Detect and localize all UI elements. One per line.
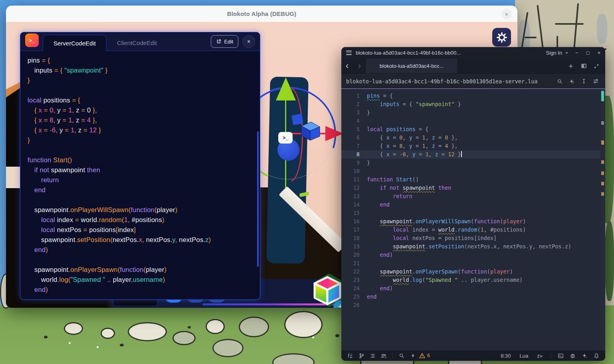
gear-icon	[496, 32, 507, 43]
line-number: 5	[341, 125, 367, 134]
zed-titlebar: blokoto-lua-a5d03ac4-bcc1-49bf-b16c-bb00…	[341, 47, 605, 59]
cursor-position[interactable]: 8:30	[497, 353, 514, 359]
search-icon[interactable]	[397, 351, 406, 360]
scrollbar-mark-warning	[601, 192, 604, 196]
zed-code-line: 13 return	[341, 192, 605, 201]
bell-icon[interactable]	[592, 351, 601, 360]
zed-scrollbar[interactable]	[600, 89, 605, 350]
ingame-code-line: pins = {	[28, 55, 253, 65]
debug-icon[interactable]	[568, 351, 577, 360]
zed-code-line: 14 end	[341, 201, 605, 209]
language-indicator[interactable]: Lua	[517, 353, 532, 359]
outline-icon[interactable]	[368, 351, 377, 360]
ingame-code-line	[28, 85, 253, 95]
zed-path-bar: blokoto-lua-a5d03ac4-bcc1-49bf-b16c-bb00…	[341, 74, 605, 89]
line-number: 25	[341, 293, 367, 301]
collab-icon[interactable]	[379, 351, 388, 360]
zed-code-editor[interactable]: 1pins = {2 inputs = { "spawnpoint" }3}45…	[341, 89, 605, 350]
ingame-code-line: spawnpoint.onPlayerSpawn(function(player…	[28, 265, 253, 275]
zed-code-line: 1pins = {	[341, 92, 605, 100]
warning-icon	[419, 353, 425, 358]
new-tab-icon[interactable]	[566, 61, 576, 71]
zed-file-tab[interactable]: blokoto-lua-a5d03ac4-bcc...	[365, 59, 458, 73]
scrollbar-mark-selection	[601, 91, 604, 101]
ingame-code-line: }	[28, 75, 253, 85]
ingame-code-line: local positions = {	[28, 95, 253, 105]
ingame-code-area[interactable]: pins = {inputs = { "spawnpoint" }} local…	[20, 51, 260, 299]
expand-icon[interactable]	[592, 61, 601, 71]
gizmo-x-axis-arrow[interactable]	[325, 126, 343, 141]
scrollbar-mark-warning	[601, 160, 604, 164]
line-number: 16	[341, 217, 367, 226]
tab-server-code-edit[interactable]: ServerCodeEdit	[43, 35, 107, 51]
ingame-code-line: local index = world.random(1, #positions…	[28, 215, 253, 225]
ingame-code-line	[28, 145, 253, 155]
line-number: 26	[341, 301, 367, 309]
edit-button-label: Edit	[224, 39, 233, 45]
external-link-icon	[216, 39, 222, 44]
scrollbar-mark-warning	[601, 171, 604, 175]
warnings-indicator[interactable]: 6	[419, 353, 430, 358]
zed-code-line: 16 spawnpoint.onPlayerWillSpawn(function…	[341, 217, 605, 226]
ingame-code-editor-panel: >_ ServerCodeEdit ClientCodeEdit Edit × …	[20, 32, 260, 300]
zed-code-line: 25end	[341, 293, 605, 301]
ingame-code-line: end	[28, 185, 253, 195]
line-number: 19	[341, 242, 367, 251]
minimize-button[interactable]: −	[575, 50, 578, 56]
filter-icon[interactable]	[591, 77, 600, 86]
terminal-panel-icon[interactable]	[556, 351, 565, 360]
scene-beige-strip	[6, 167, 21, 188]
sign-in-button[interactable]: Sign In	[546, 50, 568, 56]
ibeam-icon[interactable]	[579, 77, 588, 86]
zed-code-line: 10	[341, 167, 605, 175]
gizmo-y-axis-arrow[interactable]	[276, 77, 296, 100]
line-number: 4	[341, 117, 367, 125]
zed-code-line: 15	[341, 209, 605, 217]
script-terminal-badge[interactable]: >_	[278, 132, 293, 144]
edit-prediction-indicator[interactable]: z»	[534, 353, 546, 359]
maximize-button[interactable]: □	[586, 50, 590, 56]
line-number: 24	[341, 284, 367, 293]
quick-action-icon[interactable]	[408, 351, 418, 360]
ingame-code-line: if not spawnpoint then	[28, 165, 253, 175]
zed-code-line: 3}	[341, 108, 605, 117]
ingame-editor-close-button[interactable]: ×	[242, 35, 255, 48]
zed-code-line: 7 { x = 8, y = 1, z = 4 },	[341, 142, 605, 150]
edit-button[interactable]: Edit	[211, 35, 238, 48]
inline-assist-icon[interactable]	[567, 77, 576, 86]
settings-gear-button[interactable]	[492, 28, 511, 47]
split-pane-icon[interactable]	[579, 61, 588, 71]
game-window-close-button[interactable]: ×	[501, 9, 512, 19]
chevron-down-icon	[564, 51, 569, 55]
zed-code-line: 21	[341, 259, 605, 268]
line-number: 20	[341, 251, 367, 259]
zed-code-line: 6 { x = 0, y = 1, z = 0 },	[341, 134, 605, 142]
tab-client-code-edit[interactable]: ClientCodeEdit	[107, 35, 167, 51]
line-number: 18	[341, 234, 367, 242]
line-number: 22	[341, 268, 367, 276]
line-number: 9	[341, 159, 367, 167]
close-button[interactable]: ×	[597, 50, 600, 56]
zed-code-line: 18 local nextPos = positions[index]	[341, 234, 605, 242]
zed-code-line: 4	[341, 117, 605, 125]
back-arrow-icon[interactable]	[341, 59, 353, 73]
ingame-code-line: end)	[28, 245, 253, 255]
line-number: 3	[341, 108, 367, 117]
scrollbar-mark-warning	[601, 182, 604, 185]
ingame-code-line: return	[28, 175, 253, 185]
line-number: 7	[341, 142, 367, 150]
search-icon[interactable]	[555, 77, 564, 86]
project-panel-icon[interactable]	[345, 351, 355, 360]
gizmo-blue-cube[interactable]	[297, 120, 322, 143]
assistant-sparkle-icon[interactable]	[580, 351, 589, 360]
game-window-title: Blokoto Alpha (DEBUG)	[227, 10, 297, 17]
line-number: 17	[341, 226, 367, 234]
ingame-code-line: inputs = { "spawnpoint" }	[28, 65, 253, 75]
ingame-code-line: world.log("Spawned " .. player.username)	[28, 275, 253, 285]
ingame-editor-scrollbar[interactable]	[257, 131, 259, 267]
git-branch-icon[interactable]	[357, 351, 366, 360]
ingame-code-line	[28, 195, 253, 205]
forward-arrow-icon[interactable]	[353, 59, 365, 73]
hamburger-icon[interactable]	[346, 51, 352, 55]
zed-code-line: 11function Start()	[341, 175, 605, 184]
